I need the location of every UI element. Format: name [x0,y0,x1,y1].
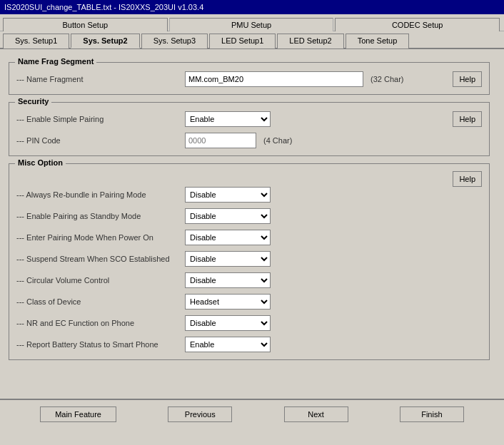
name-fragment-label: --- Name Fragment [16,75,181,83]
title-bar: IS2020SUI_change_TABLE.txt - IS20XXS_203… [0,0,504,14]
misc-row-6-label: --- NR and EC Function on Phone [16,319,181,327]
finish-button[interactable]: Finish [400,406,464,422]
misc-row-7-label: --- Report Battery Status to Smart Phone [16,340,181,349]
name-frag-help-button[interactable]: Help [453,71,482,87]
security-section: Security --- Enable Simple Pairing Enabl… [9,102,490,156]
misc-section: Misc Option Help --- Always Re-bundle in… [9,163,490,360]
tab-pmu-setup[interactable]: PMU Setup [169,18,334,31]
misc-row-1-label: --- Enable Pairing as Standby Mode [16,212,181,220]
misc-row-4-label: --- Circular Volume Control [16,276,181,285]
security-legend: Security [15,97,51,106]
tab-sys-setup2[interactable]: Sys. Setup2 [71,34,139,48]
tab-tone-setup[interactable]: Tone Setup [346,34,410,48]
name-frag-legend: Name Frag Segment [15,57,96,66]
simple-pairing-label: --- Enable Simple Pairing [16,115,181,123]
tab-sys-setup1[interactable]: Sys. Setup1 [3,34,69,48]
tab-led-setup2[interactable]: LED Setup2 [277,34,343,48]
main-feature-button[interactable]: Main Feature [40,406,116,422]
simple-pairing-select[interactable]: Enable Disable [185,111,271,127]
char-limit-label: (32 Char) [371,75,403,83]
misc-row-2-label: --- Enter Pairing Mode When Power On [16,233,181,242]
misc-row-7-select[interactable]: Enable Disable [185,337,271,352]
misc-help-button[interactable]: Help [453,171,482,187]
name-frag-section: Name Frag Segment --- Name Fragment (32 … [9,62,490,95]
misc-legend: Misc Option [15,158,66,167]
name-fragment-input[interactable] [185,71,363,87]
pin-char-limit: (4 Char) [263,136,292,145]
misc-row-2-select[interactable]: Disable Enable [185,230,271,245]
misc-row-0-select[interactable]: Disable Enable [185,187,271,203]
misc-row-5-select[interactable]: Headset Handsfree Generic Audio [185,294,271,310]
security-help-button[interactable]: Help [453,111,482,127]
tab-sys-setup3[interactable]: Sys. Setup3 [141,34,208,48]
misc-row-3-label: --- Suspend Stream When SCO Established [16,255,181,263]
previous-button[interactable]: Previous [168,406,232,422]
misc-row-5-label: --- Class of Device [16,297,181,306]
misc-row-4-select[interactable]: Disable Enable [185,272,271,288]
tab-codec-setup[interactable]: CODEC Setup [335,18,500,31]
pin-code-label: --- PIN Code [16,136,181,145]
bottom-bar: Main Feature Previous Next Finish [0,399,504,429]
title-text: IS2020SUI_change_TABLE.txt - IS20XXS_203… [4,3,203,11]
misc-row-1-select[interactable]: Disable Enable [185,208,271,224]
next-button[interactable]: Next [284,406,348,422]
tab-led-setup1[interactable]: LED Setup1 [209,34,276,48]
misc-row-3-select[interactable]: Disable Enable [185,251,271,267]
misc-row-0-label: --- Always Re-bundle in Pairing Mode [16,190,181,199]
tab-button-setup[interactable]: Button Setup [3,18,168,31]
misc-row-6-select[interactable]: Disable Enable [185,315,271,331]
pin-code-input[interactable] [185,133,256,148]
